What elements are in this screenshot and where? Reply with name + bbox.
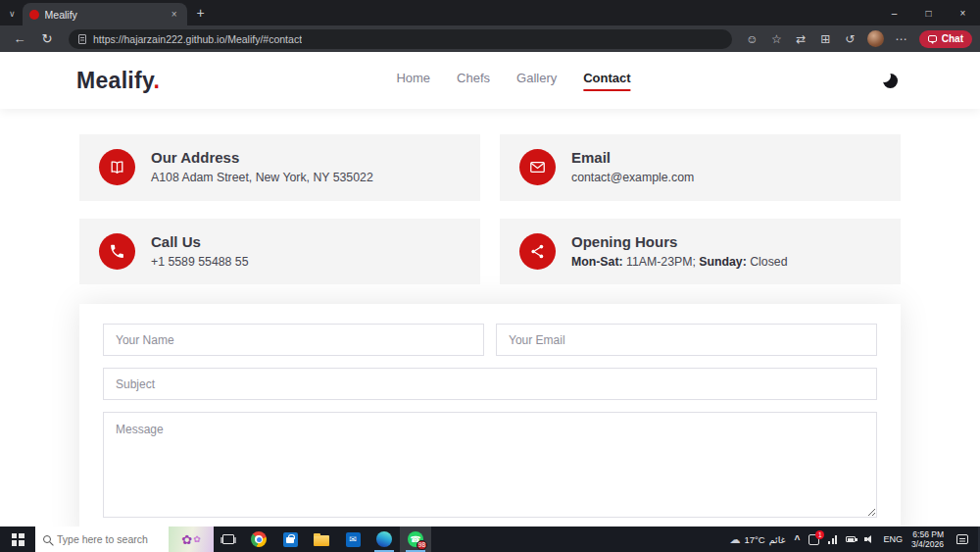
collections-icon[interactable]: ⊞ [815, 32, 836, 46]
tab-favicon [29, 10, 39, 20]
contact-info-cards: Our Address A108 Adam Street, New York, … [79, 134, 901, 284]
chat-bubble-icon [928, 35, 937, 42]
card-title: Our Address [151, 149, 373, 166]
email-input[interactable] [496, 324, 877, 356]
nav-item-home[interactable]: Home [396, 71, 430, 91]
battery-icon[interactable] [846, 536, 856, 542]
nav-item-chefs[interactable]: Chefs [457, 71, 490, 91]
more-menu-icon[interactable]: ⋯ [891, 32, 911, 46]
feedback-smiley-icon[interactable]: ☺ [742, 32, 762, 46]
name-input[interactable] [103, 324, 484, 356]
site-info-icon[interactable] [78, 34, 86, 44]
whatsapp-taskbar-icon[interactable]: ☎ 98 [400, 527, 431, 552]
card-title: Call Us [151, 233, 249, 250]
chat-button[interactable]: Chat [919, 30, 972, 48]
address-bar[interactable]: https://hajarzain222.github.io/Mealify/#… [69, 29, 732, 49]
tray-expand-icon[interactable]: ^ [795, 534, 801, 545]
windows-logo-icon [12, 533, 24, 546]
action-center-icon[interactable] [956, 534, 968, 544]
subject-input[interactable] [103, 368, 877, 400]
tab-title: Mealify [45, 9, 163, 21]
card-text: Mon-Sat: 11AM-23PM; Sunday: Closed [571, 254, 788, 271]
site-header: Mealify. Home Chefs Gallery Contact [0, 52, 980, 109]
taskbar-weather[interactable]: ☁ 17°C غائم [729, 533, 785, 546]
system-tray: ☁ 17°C غائم ^ 1 ENG 6:56 PM 3/4/2026 [729, 527, 980, 552]
page-viewport: Mealify. Home Chefs Gallery Contact Our … [0, 52, 980, 527]
hours-card: Opening Hours Mon-Sat: 11AM-23PM; Sunday… [500, 219, 901, 285]
flower-icon: ✿ [193, 534, 201, 544]
history-icon[interactable]: ↺ [840, 32, 860, 46]
site-nav: Home Chefs Gallery Contact [396, 71, 630, 91]
weather-condition: غائم [769, 534, 786, 545]
pinned-apps: ✉ ☎ 98 [243, 527, 431, 552]
tray-date: 3/4/2026 [911, 539, 944, 549]
logo-dot: . [153, 68, 160, 93]
tray-app-icon[interactable]: 1 [808, 534, 819, 545]
whatsapp-badge: 98 [416, 540, 427, 550]
store-taskbar-icon[interactable] [274, 527, 306, 552]
envelope-icon [519, 149, 556, 185]
chat-label: Chat [942, 33, 963, 44]
task-view-button[interactable] [214, 527, 243, 552]
browser-toolbar: ← ↻ https://hajarzain222.github.io/Meali… [0, 25, 980, 52]
chrome-taskbar-icon[interactable] [243, 527, 274, 552]
taskbar-search-input[interactable] [57, 533, 169, 545]
flower-icon: ✿ [181, 532, 192, 547]
new-tab-button[interactable]: + [187, 5, 215, 25]
maximize-button[interactable]: □ [911, 0, 946, 25]
file-explorer-taskbar-icon[interactable] [306, 527, 337, 552]
card-title: Opening Hours [571, 233, 788, 250]
nav-item-contact[interactable]: Contact [583, 71, 630, 91]
tray-time: 6:56 PM [911, 529, 944, 539]
window-controls: – □ × [877, 0, 980, 25]
phone-icon [99, 233, 135, 270]
task-view-icon [222, 534, 234, 544]
network-icon[interactable] [828, 535, 837, 544]
call-card: Call Us +1 5589 55488 55 [79, 219, 480, 285]
taskbar-search[interactable]: ✿ ✿ [35, 527, 214, 552]
tab-close-icon[interactable]: × [169, 8, 180, 21]
mail-taskbar-icon[interactable]: ✉ [337, 527, 368, 552]
profile-avatar[interactable] [867, 30, 884, 47]
tab-search-chevron-icon[interactable]: ∨ [0, 9, 23, 25]
taskbar-clock[interactable]: 6:56 PM 3/4/2026 [911, 529, 944, 549]
split-screen-icon[interactable]: ⇄ [791, 32, 811, 46]
contact-form [79, 304, 901, 527]
close-button[interactable]: × [946, 0, 980, 25]
start-button[interactable] [0, 527, 35, 552]
share-icon [519, 233, 556, 270]
card-text: +1 5589 55488 55 [151, 254, 249, 271]
map-book-icon [99, 149, 135, 185]
search-highlight-flowers-image[interactable]: ✿ ✿ [169, 527, 214, 552]
cloud-icon: ☁ [729, 533, 740, 546]
nav-item-gallery[interactable]: Gallery [516, 71, 557, 91]
browser-window: ∨ Mealify × + – □ × ← ↻ https://hajarzai… [0, 0, 980, 552]
taskbar: ✿ ✿ ✉ ☎ 98 ☁ 17°C غائم ^ [0, 527, 980, 552]
refresh-button[interactable]: ↻ [35, 31, 59, 46]
card-title: Email [571, 149, 694, 166]
edge-taskbar-icon[interactable] [368, 527, 400, 552]
search-icon [43, 535, 51, 543]
volume-icon[interactable] [864, 535, 874, 544]
card-text: contact@example.com [571, 170, 694, 186]
message-textarea[interactable] [103, 412, 877, 518]
tray-notification-badge: 1 [815, 530, 824, 539]
back-button[interactable]: ← [8, 31, 31, 46]
weather-temp: 17°C [744, 534, 764, 545]
language-indicator[interactable]: ENG [883, 534, 903, 544]
favorite-star-icon[interactable]: ☆ [766, 32, 787, 46]
email-card: Email contact@example.com [500, 134, 901, 201]
dark-mode-moon-icon[interactable] [883, 74, 898, 88]
address-card: Our Address A108 Adam Street, New York, … [79, 134, 480, 201]
minimize-button[interactable]: – [877, 0, 911, 25]
browser-titlebar: ∨ Mealify × + – □ × [0, 0, 980, 25]
browser-tab[interactable]: Mealify × [23, 3, 187, 25]
url-text: https://hajarzain222.github.io/Mealify/#… [93, 33, 302, 45]
card-text: A108 Adam Street, New York, NY 535022 [151, 170, 373, 186]
site-logo[interactable]: Mealify. [76, 68, 160, 94]
